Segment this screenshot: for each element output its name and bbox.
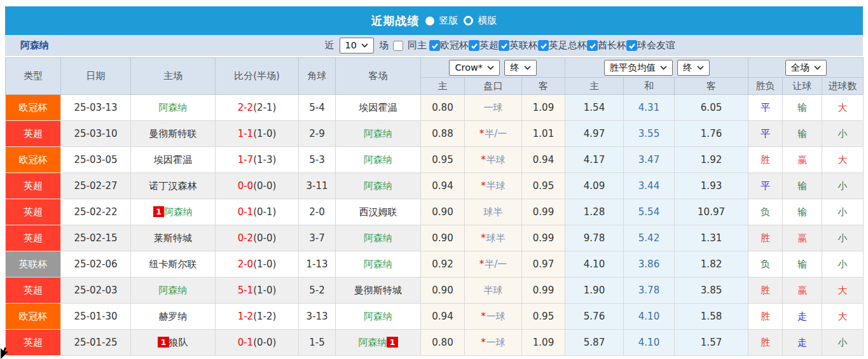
- away-team-cell: 西汉姆联: [336, 199, 421, 225]
- league-cell: 英超: [6, 278, 61, 304]
- league-cell: 欧冠杯: [6, 304, 61, 330]
- result-cell: 胜: [748, 278, 783, 304]
- header-corner: 角球: [299, 58, 336, 95]
- mean-away-cell: 1.92: [675, 147, 748, 173]
- league-filter-item: 酋长杯: [587, 39, 626, 52]
- match-row: 欧冠杯25-01-30赫罗纳1-2(1-2)3-13阿森纳0.94*一球0.95…: [6, 304, 864, 330]
- date-cell: 25-02-27: [61, 173, 131, 199]
- odds-home-cell: 0.90: [421, 199, 465, 225]
- home-team-cell: 阿森纳: [131, 95, 216, 121]
- recent-count-select[interactable]: 10: [340, 38, 374, 53]
- score-cell: 0-1(0-1): [216, 199, 299, 225]
- bookmaker-select[interactable]: Crow*: [449, 60, 500, 76]
- same-home-checkbox[interactable]: [393, 41, 403, 51]
- league-checkbox-4[interactable]: [587, 40, 598, 51]
- away-team-cell: 阿森纳: [336, 147, 421, 173]
- mean-home-cell: 4.17: [565, 147, 624, 173]
- goals-cell: 大: [822, 304, 864, 330]
- corner-cell: 3-13: [299, 304, 336, 330]
- corner-cell: 3-7: [299, 225, 336, 251]
- league-filter-label: 欧冠杯: [440, 39, 469, 52]
- match-row: 英超25-02-27诺丁汉森林0-0(0-0)3-11阿森纳0.94*半球0.9…: [6, 173, 864, 199]
- mean-home-cell: 4.09: [565, 173, 624, 199]
- match-row: 欧冠杯25-03-05埃因霍温1-7(1-3)5-3阿森纳0.95*半球0.94…: [6, 147, 864, 173]
- handicap-cell: *半/一: [465, 251, 522, 278]
- league-cell: 英超: [6, 121, 61, 147]
- subheader-handicap: 盘口: [465, 78, 522, 95]
- handicap-result-cell: 赢: [783, 278, 822, 304]
- league-checkbox-3[interactable]: [538, 40, 549, 51]
- mean-home-cell: 5.76: [565, 304, 624, 330]
- handicap-result-cell: 输: [783, 173, 822, 199]
- mean-select[interactable]: 胜平负均值: [604, 60, 673, 76]
- league-cell: 英超: [6, 199, 61, 225]
- handicap-result-cell: 走: [783, 330, 822, 356]
- filter-bar: 阿森纳 近 10 场 同主 欧冠杯英超英联杯英足总杯酋长杯球会友谊: [5, 35, 863, 57]
- subheader-handicap-result: 让球: [783, 78, 822, 95]
- result-cell: 胜: [748, 304, 783, 330]
- score-cell: 0-2(0-0): [216, 225, 299, 251]
- mean-home-cell: 1.54: [565, 95, 624, 121]
- league-cell: 英联杯: [6, 251, 61, 278]
- games-label: 场: [379, 39, 389, 52]
- rank-badge: 1: [387, 337, 397, 348]
- league-filter-label: 球会友谊: [637, 39, 675, 52]
- header-odds-group: Crow* 终: [421, 58, 565, 78]
- home-team-cell: 赫罗纳: [131, 304, 216, 330]
- handicap-result-cell: 输: [783, 95, 822, 121]
- recent-results-widget: 近期战绩 竖版 横版 阿森纳 近 10 场 同主 欧冠杯英超英联杯英足总杯酋长杯…: [5, 6, 863, 356]
- score-cell: 5-1(1-0): [216, 278, 299, 304]
- chevron-down-icon: [697, 66, 704, 70]
- league-filter-label: 英足总杯: [549, 39, 587, 52]
- odds-away-cell: 0.99: [522, 199, 565, 225]
- result-cell: 负: [748, 199, 783, 225]
- odds-away-cell: 0.95: [522, 304, 565, 330]
- odds-home-cell: 0.95: [421, 147, 465, 173]
- corner-cell: 1-5: [299, 330, 336, 356]
- league-cell: 英超: [6, 330, 61, 356]
- league-checkbox-1[interactable]: [469, 40, 479, 51]
- match-row: 欧冠杯25-03-13阿森纳2-2(2-1)5-4埃因霍温0.80一球1.091…: [6, 95, 864, 121]
- radio-horizontal-icon[interactable]: [464, 16, 473, 25]
- team-name: 阿森纳: [20, 39, 49, 52]
- score-cell: 1-1(1-0): [216, 121, 299, 147]
- radio-horizontal-label[interactable]: 横版: [478, 15, 497, 27]
- mean-time-select[interactable]: 终: [677, 60, 710, 76]
- league-checkbox-0[interactable]: [429, 40, 440, 51]
- chevron-down-icon: [487, 66, 494, 70]
- corner-cell: 1-13: [299, 251, 336, 278]
- home-team-cell: 阿森纳: [131, 278, 216, 304]
- radio-vertical-label[interactable]: 竖版: [439, 15, 458, 27]
- league-cell: 英超: [6, 225, 61, 251]
- header-home: 主场: [131, 58, 216, 95]
- league-checkbox-2[interactable]: [499, 40, 509, 51]
- handicap-result-cell: 走: [783, 304, 822, 330]
- league-checkbox-5[interactable]: [626, 40, 637, 51]
- match-row: 英超25-03-10曼彻斯特联1-1(1-0)2-9阿森纳0.88*半/一1.0…: [6, 121, 864, 147]
- odds-away-cell: 0.99: [522, 278, 565, 304]
- handicap-cell: 一球: [465, 95, 522, 121]
- mean-away-cell: 1.76: [675, 121, 748, 147]
- handicap-cell: 半球: [465, 278, 522, 304]
- scope-select[interactable]: 全场: [785, 60, 827, 76]
- home-team-cell: 埃因霍温: [131, 147, 216, 173]
- home-team-cell: 1阿森纳: [131, 199, 216, 225]
- mean-home-cell: 5.87: [565, 330, 624, 356]
- score-cell: 1-2(1-2): [216, 304, 299, 330]
- goals-cell: 小: [822, 225, 864, 251]
- mean-away-cell: 6.05: [675, 95, 748, 121]
- subheader-odds-away: 客: [522, 78, 565, 95]
- home-team-cell: 诺丁汉森林: [131, 173, 216, 199]
- odds-time-select[interactable]: 终: [504, 60, 537, 76]
- match-row: 英超25-02-03阿森纳5-1(1-0)5-2曼彻斯特城0.90半球0.991…: [6, 278, 864, 304]
- radio-vertical-icon[interactable]: [425, 17, 434, 25]
- home-team-cell: 1狼队: [131, 330, 216, 356]
- corner-cell: 5-2: [299, 278, 336, 304]
- odds-away-cell: 0.99: [522, 225, 565, 251]
- odds-away-cell: 0.95: [522, 173, 565, 199]
- subheader-odds-home: 主: [421, 78, 465, 95]
- league-cell: 欧冠杯: [6, 95, 61, 121]
- corner-cell: 5-3: [299, 147, 336, 173]
- mean-away-cell: 1.57: [675, 330, 748, 356]
- rank-badge: 1: [158, 337, 169, 348]
